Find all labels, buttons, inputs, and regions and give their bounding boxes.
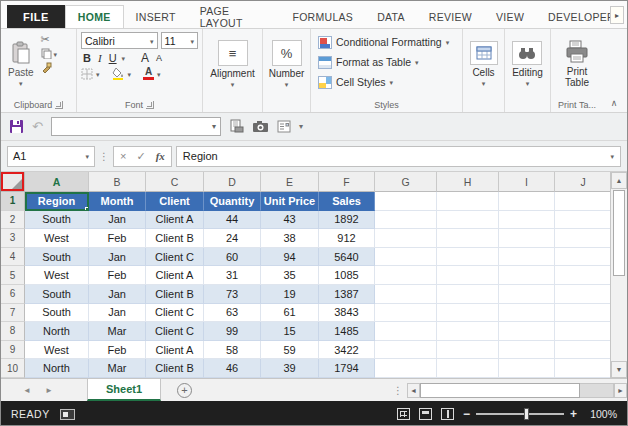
row-header-5[interactable]: 5 <box>1 266 25 285</box>
data-cell[interactable]: Mar <box>89 322 146 341</box>
empty-cell[interactable] <box>555 285 612 304</box>
empty-cell[interactable] <box>555 229 612 248</box>
cut-button[interactable]: ✂ <box>41 34 58 45</box>
data-cell[interactable]: Client A <box>146 341 204 360</box>
data-cell[interactable]: 1794 <box>319 359 375 378</box>
empty-cell[interactable] <box>555 359 612 378</box>
data-cell[interactable]: 15 <box>261 322 319 341</box>
data-cell[interactable]: West <box>25 341 89 360</box>
data-cell[interactable]: 912 <box>319 229 375 248</box>
zoom-slider[interactable] <box>476 413 564 415</box>
data-cell[interactable]: West <box>25 229 89 248</box>
macro-record-icon[interactable] <box>60 409 75 420</box>
format-as-table-button[interactable]: Format as Table ▾ <box>315 53 460 71</box>
data-cell[interactable]: South <box>25 211 89 230</box>
zoom-out-button[interactable]: − <box>463 408 470 420</box>
font-family-select[interactable]: Calibri ▾ <box>81 32 158 49</box>
zoom-slider-thumb[interactable] <box>524 408 529 420</box>
data-cell[interactable]: 60 <box>204 248 261 267</box>
sheet-prev-icon[interactable]: ◄ <box>23 386 31 395</box>
tab-home[interactable]: HOME <box>65 5 124 28</box>
empty-cell[interactable] <box>555 211 612 230</box>
data-cell[interactable]: 19 <box>261 285 319 304</box>
page-break-view-icon[interactable] <box>441 408 454 420</box>
print-preview-icon[interactable] <box>229 119 244 134</box>
empty-cell[interactable] <box>375 341 437 360</box>
insert-function-button[interactable]: fx <box>156 150 165 162</box>
data-cell[interactable]: Client B <box>146 359 204 378</box>
column-header-J[interactable]: J <box>555 172 612 192</box>
empty-cell[interactable] <box>499 211 555 230</box>
empty-cell[interactable] <box>375 266 437 285</box>
empty-cell[interactable] <box>499 266 555 285</box>
empty-cell[interactable] <box>375 229 437 248</box>
cancel-button[interactable]: × <box>120 150 126 162</box>
print-table-button[interactable]: Print Table <box>559 31 595 97</box>
alignment-button[interactable]: ≡ Alignment ▾ <box>205 31 259 97</box>
new-sheet-button[interactable]: + <box>177 383 192 398</box>
empty-cell[interactable] <box>555 266 612 285</box>
data-cell[interactable]: Client B <box>146 285 204 304</box>
empty-cell[interactable] <box>375 211 437 230</box>
underline-button[interactable]: U <box>107 52 119 64</box>
empty-cell[interactable] <box>437 322 499 341</box>
horizontal-scrollbar-thumb[interactable] <box>420 383 580 398</box>
data-cell[interactable]: 31 <box>204 266 261 285</box>
more-commands-icon[interactable]: ▾ <box>299 123 303 131</box>
expand-formula-bar-icon[interactable]: ▾ <box>610 153 614 160</box>
empty-cell[interactable] <box>555 248 612 267</box>
empty-cell[interactable] <box>555 304 612 323</box>
form-list-icon[interactable] <box>277 120 291 133</box>
empty-cell[interactable] <box>499 248 555 267</box>
cells-button[interactable]: Cells ▾ <box>465 31 503 97</box>
vertical-scrollbar-thumb[interactable] <box>613 190 625 276</box>
empty-cell[interactable] <box>499 192 555 211</box>
shrink-font-button[interactable]: A <box>154 53 164 63</box>
horizontal-scrollbar-track[interactable] <box>580 383 614 398</box>
row-header-8[interactable]: 8 <box>1 322 25 341</box>
grow-font-button[interactable]: A <box>139 51 151 65</box>
empty-cell[interactable] <box>499 304 555 323</box>
borders-icon[interactable] <box>81 68 93 80</box>
column-header-G[interactable]: G <box>375 172 437 192</box>
data-cell[interactable]: 3422 <box>319 341 375 360</box>
zoom-in-button[interactable]: + <box>570 408 577 420</box>
font-color-button[interactable]: A <box>143 67 154 80</box>
data-cell[interactable]: Client B <box>146 229 204 248</box>
scroll-left-icon[interactable]: ◄ <box>407 383 420 398</box>
name-box-resize-handle[interactable]: ⋮ <box>99 151 109 162</box>
data-cell[interactable]: 46 <box>204 359 261 378</box>
vertical-scrollbar[interactable]: ▲ ▼ <box>610 172 627 378</box>
data-cell[interactable]: Client C <box>146 322 204 341</box>
empty-cell[interactable] <box>555 322 612 341</box>
empty-cell[interactable] <box>375 322 437 341</box>
data-cell[interactable]: 58 <box>204 341 261 360</box>
tab-scroll-right-icon[interactable]: ▸ <box>610 6 624 24</box>
table-header-cell-client[interactable]: Client <box>146 192 204 211</box>
number-button[interactable]: % Number ▾ <box>264 31 310 97</box>
data-cell[interactable]: 1892 <box>319 211 375 230</box>
collapse-ribbon-icon[interactable]: ∧ <box>603 29 625 112</box>
fill-handle[interactable] <box>85 207 89 211</box>
data-cell[interactable]: 3843 <box>319 304 375 323</box>
data-cell[interactable]: South <box>25 285 89 304</box>
row-header-6[interactable]: 6 <box>1 285 25 304</box>
format-painter-button[interactable] <box>41 62 58 73</box>
empty-cell[interactable] <box>437 266 499 285</box>
qat-combobox[interactable]: ▾ <box>51 117 221 136</box>
data-cell[interactable]: 24 <box>204 229 261 248</box>
camera-icon[interactable] <box>252 120 269 133</box>
column-header-D[interactable]: D <box>204 172 261 192</box>
cell-styles-button[interactable]: Cell Styles ▾ <box>315 73 460 91</box>
data-cell[interactable]: 5640 <box>319 248 375 267</box>
tab-formulas[interactable]: FORMULAS <box>280 5 365 28</box>
table-header-cell-month[interactable]: Month <box>89 192 146 211</box>
empty-cell[interactable] <box>555 192 612 211</box>
data-cell[interactable]: Client C <box>146 304 204 323</box>
scroll-up-icon[interactable]: ▲ <box>611 172 627 189</box>
borders-dropdown-icon[interactable]: ▾ <box>96 71 100 78</box>
empty-cell[interactable] <box>375 248 437 267</box>
name-box[interactable]: A1 ▾ <box>7 146 95 167</box>
row-header-10[interactable]: 10 <box>1 359 25 378</box>
save-icon[interactable] <box>9 119 24 134</box>
